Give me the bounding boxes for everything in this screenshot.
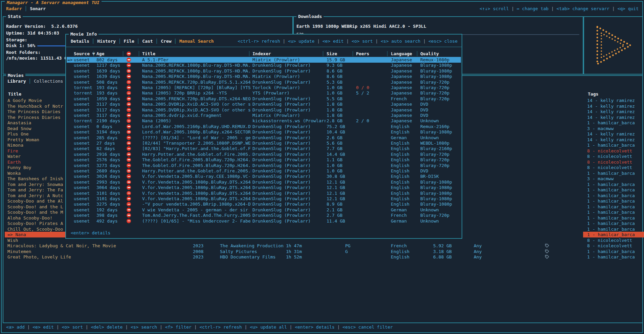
release-row[interactable]: usenet3117 daysNana.2005.DVDRip.XviD.AC3… (67, 101, 461, 107)
tab-separator: │ (116, 39, 124, 44)
tab-crew[interactable]: Crew (161, 39, 171, 44)
tab-radarr[interactable]: Radarr (6, 6, 22, 11)
movie-tag: 14 - kelly ramirez (583, 137, 644, 143)
release-row[interactable]: usenet2689 daysHarry.Potter.and.the.Gobl… (67, 168, 461, 174)
release-row[interactable]: usenet82 days[02/83] "Harry.Potter.and.t… (67, 146, 461, 151)
release-row[interactable]: usenet1639 daysNana.2005.REPACK.1080p.Bl… (67, 68, 461, 74)
release-row[interactable]: usenet3273 daysThe.Goblet.Of.Fire.2005.B… (67, 163, 461, 168)
release-row[interactable]: usenet3101 daysV.for.Vendetta.2005.1080p… (67, 196, 461, 202)
logo-panel (583, 16, 643, 75)
column-header-language[interactable]: Language (391, 51, 412, 57)
release-language: English (391, 168, 419, 174)
release-title: Lord.of.War.2005.1080p.BluRay.x264-SECTO… (142, 129, 251, 135)
release-row[interactable]: =>usenet802 daysA 5.1-PTerMiatrix (Prowl… (67, 57, 461, 63)
release-row[interactable]: usenet2576 daysThe.Goblet.Of.Fire.2005.B… (67, 157, 461, 163)
release-row[interactable]: usenet3117 daysnana.2005.dvdrip.xvid.fra… (67, 112, 461, 118)
column-separator: │ (352, 51, 354, 57)
tab-details[interactable]: Details (71, 39, 89, 44)
tab-cast[interactable]: Cast (142, 39, 153, 44)
hint-separator: | (373, 39, 381, 44)
movie-year: 2023 (193, 243, 203, 249)
column-header-peers[interactable]: Peers (356, 51, 369, 57)
tab-library[interactable]: Library (7, 79, 26, 84)
release-language: English (391, 196, 419, 202)
release-row[interactable]: usenet0 daysLord.of.War.2005.2160p.BluRa… (67, 124, 461, 129)
release-row[interactable]: usenet3275 days-"V pour vendetta.2005.BR… (67, 201, 461, 207)
release-source: usenet (74, 173, 95, 179)
release-row[interactable]: usenet3194 daysLord.of.War.2005.1080p.Bl… (67, 129, 461, 135)
release-row[interactable]: usenet3024 daysV.for.Vendetta.2005.Blu-r… (67, 173, 461, 179)
tab-history[interactable]: History (97, 39, 116, 44)
release-row[interactable]: usenet2916 daysHarry.Potter.and.the.Gobl… (67, 151, 461, 157)
release-row[interactable]: usenet508 daysNana.2005.REPACK.720p.BluR… (67, 79, 461, 85)
hint-separator: | (287, 325, 295, 330)
release-age: 285 days (96, 135, 124, 141)
radarr-version: Radarr Version:5.2.6.8376 (6, 24, 78, 29)
release-language: Japanese (391, 79, 419, 85)
release-quality: DVD (420, 112, 460, 118)
release-row[interactable]: usenet285 days(????) [01/34] - "Lord of … (67, 135, 461, 141)
release-row[interactable]: torrent193 daysNana (2005) [REPACK] [720… (67, 85, 461, 90)
release-row[interactable]: usenet3064 daysV.for.Vendetta.2005.1080p… (67, 185, 461, 190)
release-row[interactable]: torrent193 daysNana (2005) 720p BRRip x2… (67, 90, 461, 96)
release-quality: Bluray-720p (420, 163, 460, 168)
release-row[interactable]: usenet1639 daysNana.2005.REPACK.1080p.Bl… (67, 74, 461, 79)
tab-manual-search[interactable]: Manual Search (179, 39, 214, 44)
release-age: 192 days (96, 207, 124, 213)
release-row[interactable]: usenet3117 daysNana.2005.DVDRip.XviD.AC3… (67, 107, 461, 113)
movie-row[interactable]: Miraculous: Ladybug & Cat Noir, The Movi… (4, 243, 642, 249)
release-source: usenet (74, 212, 95, 218)
release-source: usenet (74, 101, 95, 107)
tab-separator: │ (89, 39, 97, 44)
release-title: Nana (2005) 720p BRRip x264 -YTS (142, 90, 251, 96)
tab-separator: │ (153, 39, 161, 44)
keybind-hint: <e> edit (32, 325, 54, 330)
release-language: Japanese (391, 62, 419, 68)
movie-size: 5.92 GB (433, 243, 452, 249)
release-title: [02/44] "Transporter 2.2005.1080P.DSNP.W… (142, 140, 251, 146)
release-quality: Bluray-1080p (420, 62, 460, 68)
release-row[interactable]: usenet1059 daysNana.2005.FRENCH.720p.Blu… (67, 96, 461, 102)
release-row[interactable]: usenet1217 daysNana.2005.REPACK.1080p.Bl… (67, 62, 461, 68)
release-row[interactable]: usenet398 daysTom.And.Jerry.The.Fast.And… (67, 212, 461, 218)
no-entry-icon (127, 102, 131, 106)
column-header-quality[interactable]: Quality (420, 51, 439, 57)
tab-file[interactable]: File (124, 39, 134, 44)
release-indexer: DrunkenSlug (Prowlarr) (252, 151, 326, 157)
no-entry-icon (127, 135, 131, 140)
release-size: 12.1 GB (327, 179, 354, 185)
movie-row[interactable]: Minutemen2008Salty Pictures1h 31mGEnglis… (4, 249, 642, 254)
release-row[interactable]: usenet27 days[02/44] "Transporter 2.2005… (67, 140, 461, 146)
keybind-hint: <o> sort (352, 39, 373, 44)
no-entry-icon (127, 97, 131, 101)
tab-sonarr[interactable]: Sonarr (30, 6, 46, 11)
movie-tag: 14 - kelly ramirez (583, 131, 644, 137)
radarr-version-value: 5.2.6.8376 (51, 24, 77, 29)
column-header-indexer[interactable]: Indexer (252, 51, 271, 57)
release-row[interactable]: usenet492 days(????) [01/65] - "Miss Und… (67, 218, 461, 224)
column-header-title[interactable]: Title (142, 51, 155, 57)
movie-language: French (391, 243, 407, 249)
column-header-age[interactable]: Age (96, 51, 104, 57)
column-header-source[interactable]: Source ▼ (74, 51, 95, 57)
movie-row[interactable]: Great Photo, Lovely Life2023HBO Document… (4, 254, 642, 260)
release-title: A 5.1-PTer (142, 57, 251, 63)
movie-tag: 3 - macmww (583, 176, 644, 182)
release-source: usenet (74, 112, 95, 118)
release-title: [02/83] "Harry.Potter.and.the.Goblet.of.… (142, 146, 251, 151)
column-separator: │ (248, 51, 251, 57)
servarr-tabs: Radarr │ Sonarr (6, 6, 46, 11)
release-row[interactable]: torrent2190 daysNana (2005)kickasstorren… (67, 118, 461, 124)
release-language: Japanese (391, 85, 419, 90)
no-entry-icon (127, 108, 131, 112)
release-indexer: DrunkenSlug (Prowlarr) (252, 135, 326, 141)
release-title: Nana.2005.REPACK.1080p.Blu-ray.DTS-HD.MA… (142, 62, 251, 68)
hint-separator: | (242, 325, 250, 330)
release-row[interactable]: usenet2993 daysV.for.Vendetta.2005.1080p… (67, 179, 461, 185)
release-row[interactable]: usenet3101 daysV.for.Vendetta.2005.1080p… (67, 190, 461, 196)
tab-collections[interactable]: Collections (34, 79, 63, 84)
release-row[interactable]: usenet192 daysV wie Vendetta - 2005 - ge… (67, 207, 461, 213)
column-header-size[interactable]: Size (327, 51, 337, 57)
movies-tags-column-header: Tags (588, 91, 598, 97)
movie-availability: Any (474, 249, 482, 254)
